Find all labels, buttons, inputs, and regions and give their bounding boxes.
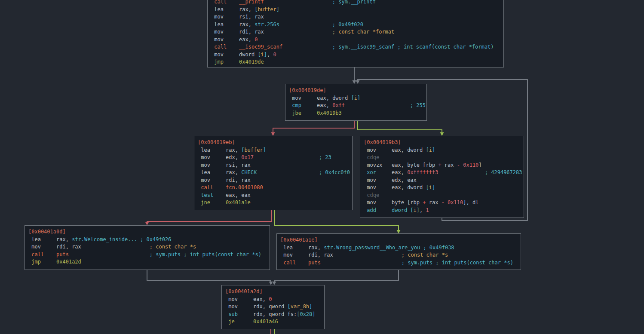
edge-0x004019de-false-to-0x004019eb <box>273 121 354 133</box>
edge-0x00401a0d-to-0x00401a2d-arrowhead <box>269 282 273 285</box>
edge-0x00401a0d-to-0x00401a2d <box>147 270 271 282</box>
edge-0x004019de-true-to-0x004019b3-arrowhead <box>440 132 444 136</box>
asm-instruction: call __isoc99_scanf ; sym.__isoc99_scanf… <box>211 43 500 51</box>
edge-0x004019de-true-to-0x004019b3 <box>358 121 442 133</box>
asm-instruction: jmp 0x401a2d <box>28 258 266 266</box>
basic-block-0x004019b3[interactable]: [0x004019b3] mov eax, dword [i] cdqe mov… <box>360 136 524 218</box>
asm-instruction: call puts ; sym.puts ; int puts(const ch… <box>28 251 266 259</box>
asm-instruction: xor eax, 0xfffffff3 ; 4294967283 <box>364 169 520 177</box>
asm-instruction: call fcn.00401080 <box>198 184 349 192</box>
asm-instruction: lea rax, str.Wrong_password__Who_are_you… <box>280 244 517 252</box>
asm-instruction: mov byte [rbp + rax - 0x110], dl <box>364 199 520 207</box>
asm-instruction: lea rax, str.256s ; 0x49f020 <box>211 21 500 29</box>
edge-entry-to-0x004019de-arrowhead <box>353 80 356 84</box>
asm-instruction: lea rax, [buffer] <box>211 6 500 14</box>
asm-instruction: call __printf ; sym.__printf <box>211 0 500 6</box>
asm-instruction: jmp 0x4019de <box>211 58 500 66</box>
asm-instruction: cdqe <box>364 192 520 199</box>
asm-instruction: call puts ; sym.puts ; int puts(const ch… <box>280 259 517 267</box>
basic-block-0x004019eb[interactable]: [0x004019eb] lea rax, [buffer] mov edx, … <box>194 136 353 210</box>
asm-instruction: cmp eax, 0xff ; 255 <box>289 102 423 110</box>
block-address-header: [0x00401a1e] <box>280 236 517 244</box>
basic-block-entry[interactable]: call __printf ; sym.__printf lea rax, [b… <box>207 0 504 67</box>
asm-instruction: jbe 0x4019b3 <box>289 110 423 117</box>
block-address-header: [0x00401a0d] <box>28 228 266 236</box>
asm-instruction: mov dword [i], 0 <box>211 51 500 59</box>
asm-instruction: mov eax, dword [i] <box>289 95 423 102</box>
block-address-header: [0x004019b3] <box>364 139 520 147</box>
asm-instruction: mov rdi, rax <box>198 177 349 184</box>
edge-0x004019eb-false-to-0x00401a0d <box>147 210 272 223</box>
block-address-header: [0x004019de] <box>289 87 423 95</box>
asm-instruction: cdqe <box>364 154 520 162</box>
basic-block-0x004019de[interactable]: [0x004019de] mov eax, dword [i] cmp eax,… <box>285 84 427 121</box>
asm-instruction: lea rax, [buffer] <box>198 147 349 154</box>
asm-instruction: mov rdx, qword [var_8h] <box>225 303 321 311</box>
asm-instruction: mov eax, dword [i] <box>364 184 520 192</box>
basic-block-0x00401a2d[interactable]: [0x00401a2d] mov eax, 0 mov rdx, qword [… <box>221 285 325 329</box>
basic-block-0x00401a0d[interactable]: [0x00401a0d] lea rax, str.Welcome_inside… <box>25 225 270 270</box>
asm-instruction: jne 0x401a1e <box>198 199 349 207</box>
asm-instruction: je 0x401a46 <box>225 318 321 326</box>
asm-instruction: mov rdi, rax ; const char *format <box>211 28 500 36</box>
basic-block-0x00401a1e[interactable]: [0x00401a1e] lea rax, str.Wrong_password… <box>276 233 521 270</box>
asm-instruction: test eax, eax <box>198 192 349 199</box>
block-address-header: [0x004019eb] <box>198 139 349 147</box>
edge-0x00401a1e-to-0x00401a2d <box>274 270 399 282</box>
asm-instruction: mov eax, 0 <box>225 296 321 303</box>
asm-instruction: mov rsi, rax <box>211 13 500 21</box>
edge-0x004019eb-true-to-0x00401a1e-arrowhead <box>397 230 401 233</box>
asm-instruction: mov rdi, rax ; const char *s <box>280 251 517 259</box>
asm-instruction: mov rsi, rax <box>198 162 349 169</box>
edge-0x004019eb-false-to-0x00401a0d-arrowhead <box>145 222 149 225</box>
asm-instruction: mov edx, 0x17 ; 23 <box>198 154 349 162</box>
asm-instruction: lea rax, CHECK ; 0x4cc0f0 <box>198 169 349 177</box>
edge-0x004019b3-loop-to-0x004019de-arrowhead <box>356 80 360 84</box>
asm-instruction: lea rax, str.Welcome_inside... ; 0x49f02… <box>28 236 266 244</box>
edge-0x004019de-false-to-0x004019eb-arrowhead <box>271 132 275 136</box>
block-address-header: [0x00401a2d] <box>225 288 321 296</box>
asm-instruction: sub rdx, qword fs:[0x28] <box>225 311 321 319</box>
asm-instruction: mov rdi, rax ; const char *s <box>28 243 266 251</box>
asm-instruction: movzx eax, byte [rbp + rax - 0x110] <box>364 162 520 169</box>
asm-instruction: mov edx, eax <box>364 177 520 184</box>
asm-instruction: add dword [i], 1 <box>364 207 520 214</box>
asm-instruction: mov eax, 0 <box>211 36 500 44</box>
edge-0x00401a1e-to-0x00401a2d-arrowhead <box>273 282 276 285</box>
asm-instruction: mov eax, dword [i] <box>364 147 520 154</box>
